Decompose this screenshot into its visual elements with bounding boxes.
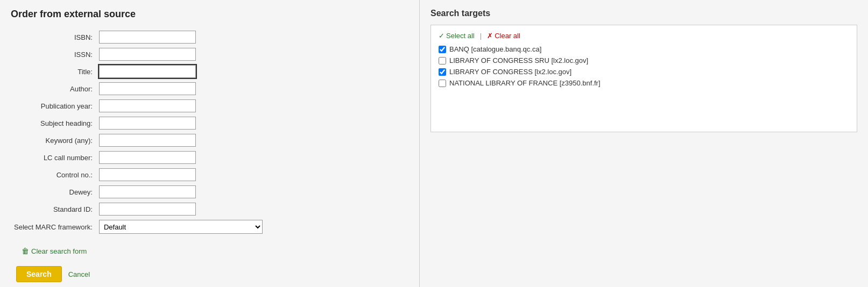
checkmark-icon: ✓	[439, 32, 444, 40]
keyword_any-input[interactable]	[99, 134, 196, 147]
standard_id-field	[96, 200, 408, 218]
target-checkbox-3[interactable]	[439, 80, 446, 87]
cancel-button[interactable]: Cancel	[68, 270, 90, 278]
form-row-isbn: ISBN:	[11, 28, 408, 46]
title-field	[96, 63, 408, 80]
form-row-lc_call_number: LC call number:	[11, 149, 408, 166]
control_no-input[interactable]	[99, 168, 196, 181]
lc_call_number-field	[96, 149, 408, 166]
author-label: Author:	[11, 80, 96, 97]
target-label-3[interactable]: NATIONAL LIBRARY OF FRANCE [z3950.bnf.fr…	[449, 79, 601, 87]
targets-box: ✓ Select all | ✗ Clear all BANQ [catalog…	[431, 25, 857, 132]
search-button[interactable]: Search	[16, 266, 62, 282]
author-input[interactable]	[99, 82, 196, 95]
publication_year-field	[96, 97, 408, 114]
marc-framework-select[interactable]: Default	[99, 220, 263, 234]
form-row-author: Author:	[11, 80, 408, 97]
standard_id-input[interactable]	[99, 203, 196, 216]
target-item-1: LIBRARY OF CONGRESS SRU [lx2.loc.gov]	[439, 56, 849, 64]
publication_year-label: Publication year:	[11, 97, 96, 114]
clear-search-link[interactable]: 🗑 Clear search form	[22, 247, 87, 255]
separator: |	[480, 32, 482, 40]
subject_heading-label: Subject heading:	[11, 114, 96, 132]
marc-framework-field: Default	[96, 218, 408, 236]
title-input[interactable]	[99, 65, 196, 78]
clear-all-link[interactable]: ✗ Clear all	[487, 32, 520, 40]
issn-input[interactable]	[99, 48, 196, 61]
control_no-field	[96, 166, 408, 183]
search-targets-title: Search targets	[431, 9, 857, 18]
target-label-0[interactable]: BANQ [catalogue.banq.qc.ca]	[449, 45, 541, 53]
dewey-input[interactable]	[99, 185, 196, 198]
author-field	[96, 80, 408, 97]
lc_call_number-label: LC call number:	[11, 149, 96, 166]
isbn-label: ISBN:	[11, 28, 96, 46]
control_no-label: Control no.:	[11, 166, 96, 183]
right-panel: Search targets ✓ Select all | ✗ Clear al…	[420, 0, 868, 287]
form-row-subject_heading: Subject heading:	[11, 114, 408, 132]
dewey-label: Dewey:	[11, 183, 96, 200]
target-checkbox-2[interactable]	[439, 68, 446, 76]
lc_call_number-input[interactable]	[99, 151, 196, 164]
form-row-issn: ISSN:	[11, 46, 408, 63]
form-row-publication_year: Publication year:	[11, 97, 408, 114]
target-item-0: BANQ [catalogue.banq.qc.ca]	[439, 45, 849, 53]
search-form: ISBN:ISSN:Title:Author:Publication year:…	[11, 28, 408, 236]
title-label: Title:	[11, 63, 96, 80]
target-checkbox-1[interactable]	[439, 57, 446, 64]
keyword_any-field	[96, 132, 408, 149]
trash-icon: 🗑	[22, 247, 29, 255]
form-row-keyword_any: Keyword (any):	[11, 132, 408, 149]
page-title: Order from external source	[11, 9, 408, 20]
select-all-row: ✓ Select all | ✗ Clear all	[439, 32, 849, 40]
isbn-input[interactable]	[99, 31, 196, 44]
subject_heading-input[interactable]	[99, 117, 196, 130]
dewey-field	[96, 183, 408, 200]
marc-framework-label: Select MARC framework:	[11, 218, 96, 236]
publication_year-input[interactable]	[99, 99, 196, 112]
target-item-2: LIBRARY OF CONGRESS [lx2.loc.gov]	[439, 68, 849, 76]
form-row-title: Title:	[11, 63, 408, 80]
isbn-field	[96, 28, 408, 46]
target-item-3: NATIONAL LIBRARY OF FRANCE [z3950.bnf.fr…	[439, 79, 849, 87]
target-checkbox-0[interactable]	[439, 46, 446, 53]
subject_heading-field	[96, 114, 408, 132]
button-area: Search Cancel	[11, 266, 408, 282]
select-all-link[interactable]: ✓ Select all	[439, 32, 475, 40]
issn-label: ISSN:	[11, 46, 96, 63]
standard_id-label: Standard ID:	[11, 200, 96, 218]
form-row-control_no: Control no.:	[11, 166, 408, 183]
targets-list: BANQ [catalogue.banq.qc.ca]LIBRARY OF CO…	[439, 45, 849, 87]
cross-icon: ✗	[487, 32, 493, 40]
form-row-standard_id: Standard ID:	[11, 200, 408, 218]
keyword_any-label: Keyword (any):	[11, 132, 96, 149]
target-label-1[interactable]: LIBRARY OF CONGRESS SRU [lx2.loc.gov]	[449, 56, 588, 64]
issn-field	[96, 46, 408, 63]
target-label-2[interactable]: LIBRARY OF CONGRESS [lx2.loc.gov]	[449, 68, 571, 76]
left-panel: Order from external source ISBN:ISSN:Tit…	[0, 0, 420, 287]
form-row-dewey: Dewey:	[11, 183, 408, 200]
